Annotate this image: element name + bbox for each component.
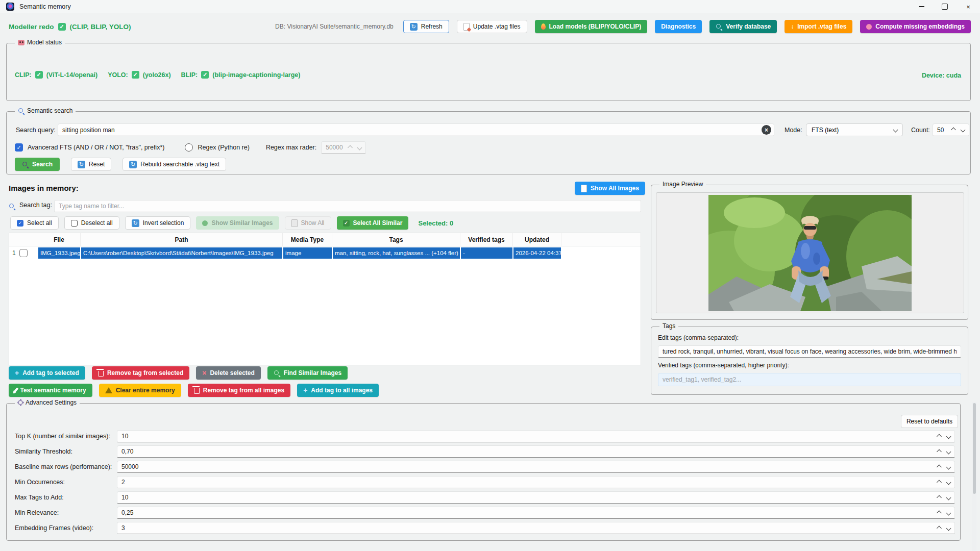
invert-selection-button[interactable]: Invert selection bbox=[125, 216, 191, 230]
search-tag-input[interactable] bbox=[54, 200, 641, 212]
spin-down-icon[interactable] bbox=[946, 464, 951, 469]
setting-label: Embedding Frames (video): bbox=[15, 524, 117, 532]
col-file[interactable]: File bbox=[38, 233, 81, 246]
spin-down-icon[interactable] bbox=[946, 449, 951, 454]
add-tag-all-images-button[interactable]: +Add tag to all images bbox=[297, 384, 379, 397]
count-spinner[interactable]: 50 bbox=[933, 123, 969, 136]
spin-up-icon[interactable] bbox=[937, 434, 942, 439]
col-tags[interactable]: Tags bbox=[332, 233, 460, 246]
min-relevance-spinner[interactable]: 0,25 bbox=[117, 507, 955, 519]
doc-icon bbox=[581, 185, 587, 192]
compute-embeddings-button[interactable]: Compute missing embeddings bbox=[860, 20, 971, 33]
cell-file[interactable]: IMG_1933.jpeg bbox=[38, 247, 80, 259]
setting-row-min-relevance: Min Relevance: 0,25 bbox=[15, 507, 955, 519]
rebuild-vtag-button[interactable]: Rebuild searchable .vtag text bbox=[122, 158, 226, 171]
spin-down-icon[interactable] bbox=[946, 510, 951, 515]
diagnostics-button[interactable]: Diagnostics bbox=[655, 20, 702, 33]
test-semantic-memory-button[interactable]: Test semantic memory bbox=[9, 384, 92, 397]
minimize-icon bbox=[919, 6, 924, 7]
embedding-frames-spinner[interactable]: 3 bbox=[117, 522, 955, 534]
doc-icon bbox=[291, 219, 298, 227]
cell-updated[interactable]: 2026-04-22 04:37 bbox=[513, 247, 561, 259]
spin-down-icon[interactable] bbox=[946, 434, 951, 439]
spin-up-icon[interactable] bbox=[937, 464, 942, 469]
load-models-button[interactable]: Load models (BLIP/YOLO/CLIP) bbox=[535, 20, 648, 33]
spin-up-icon[interactable] bbox=[937, 480, 942, 485]
find-similar-images-button[interactable]: Find Similar Images bbox=[267, 366, 348, 380]
verified-tags-input[interactable] bbox=[658, 373, 961, 386]
x-icon: × bbox=[202, 369, 206, 377]
threshold-spinner[interactable]: 0,70 bbox=[117, 445, 955, 458]
search-tag-label: Search tag: bbox=[19, 202, 52, 209]
spin-down-icon[interactable] bbox=[946, 525, 951, 531]
vertical-scrollbar[interactable] bbox=[972, 402, 976, 551]
tags-legend: Tags bbox=[659, 322, 678, 330]
clear-entire-memory-button[interactable]: Clear entire memory bbox=[99, 384, 181, 397]
flame-icon bbox=[541, 23, 546, 30]
baseline-rows-spinner[interactable]: 50000 bbox=[117, 461, 955, 473]
add-tag-selected-button[interactable]: +Add tag to selected bbox=[9, 366, 85, 380]
cell-media-type[interactable]: image bbox=[283, 247, 332, 259]
semantic-search-legend: Semantic search bbox=[15, 107, 76, 114]
mode-select[interactable]: FTS (text) bbox=[806, 123, 903, 136]
document-edit-icon bbox=[463, 23, 470, 31]
advanced-fts-checkbox[interactable] bbox=[15, 143, 23, 152]
mode-label: Mode: bbox=[785, 124, 802, 136]
show-similar-images-button: Show Similar Images bbox=[196, 216, 279, 230]
maximize-button[interactable] bbox=[933, 0, 957, 13]
close-button[interactable]: × bbox=[957, 0, 980, 13]
col-verified-tags[interactable]: Verified tags bbox=[460, 233, 513, 246]
col-path[interactable]: Path bbox=[81, 233, 283, 246]
max-tags-spinner[interactable]: 10 bbox=[117, 491, 955, 504]
show-all-images-button[interactable]: Show All Images bbox=[575, 182, 645, 195]
import-vtag-button[interactable]: ↓Import .vtag files bbox=[785, 20, 852, 33]
spin-up-icon[interactable] bbox=[937, 449, 942, 454]
delete-selected-button[interactable]: ×Delete selected bbox=[196, 366, 261, 380]
select-all-button[interactable]: Select all bbox=[10, 216, 59, 230]
minimize-button[interactable] bbox=[910, 0, 933, 13]
search-icon bbox=[716, 23, 722, 30]
cell-path[interactable]: C:\Users\rober\Desktop\Skrivbord\Städat\… bbox=[81, 247, 282, 259]
update-vtag-button[interactable]: Update .vtag files bbox=[457, 20, 527, 33]
robot-icon bbox=[18, 40, 24, 45]
edit-tags-input[interactable] bbox=[658, 345, 961, 358]
spin-up-icon[interactable] bbox=[937, 495, 942, 500]
regex-checkbox[interactable] bbox=[185, 143, 193, 152]
select-all-similar-button[interactable]: Select All Similar bbox=[337, 216, 409, 230]
spin-up-icon[interactable] bbox=[951, 128, 956, 133]
topk-spinner[interactable]: 10 bbox=[117, 430, 955, 442]
setting-row-max-tags: Max Tags to Add: 10 bbox=[15, 491, 955, 504]
image-preview-panel bbox=[656, 192, 964, 313]
refresh-icon bbox=[129, 161, 137, 168]
clear-search-icon[interactable]: × bbox=[762, 125, 771, 135]
col-media-type[interactable]: Media Type bbox=[283, 233, 332, 246]
table-row[interactable]: 1 IMG_1933.jpeg C:\Users\rober\Desktop\S… bbox=[9, 246, 641, 260]
cell-verified-tags[interactable]: - bbox=[461, 247, 512, 259]
reset-button[interactable]: Reset bbox=[71, 158, 111, 171]
search-button[interactable]: Search bbox=[15, 158, 60, 171]
deselect-all-button[interactable]: Deselect all bbox=[64, 216, 119, 230]
spin-down-icon[interactable] bbox=[961, 128, 966, 133]
spin-down-icon[interactable] bbox=[946, 480, 951, 485]
scrollbar-thumb[interactable] bbox=[973, 403, 976, 494]
remove-tag-selected-button[interactable]: Remove tag from selected bbox=[92, 366, 189, 380]
min-occurrences-spinner[interactable]: 2 bbox=[117, 476, 955, 488]
setting-label: Similarity Threshold: bbox=[15, 448, 117, 455]
setting-row-threshold: Similarity Threshold: 0,70 bbox=[15, 445, 955, 458]
row-checkbox[interactable] bbox=[19, 249, 28, 257]
spin-up-icon[interactable] bbox=[937, 525, 942, 531]
col-updated[interactable]: Updated bbox=[513, 233, 561, 246]
spin-up-icon[interactable] bbox=[937, 510, 942, 515]
verify-database-button[interactable]: Verify database bbox=[709, 20, 777, 33]
refresh-button[interactable]: Refresh bbox=[403, 20, 449, 33]
search-query-input[interactable] bbox=[58, 123, 774, 136]
spin-down-icon[interactable] bbox=[946, 495, 951, 500]
reset-to-defaults-button[interactable]: Reset to defaults bbox=[901, 415, 958, 428]
remove-tag-all-images-button[interactable]: Remove tag from all images bbox=[188, 384, 290, 397]
app-icon bbox=[6, 3, 14, 11]
advanced-fts-label: Avancerad FTS (AND / OR / NOT, "fras", p… bbox=[28, 144, 164, 151]
count-label: Count: bbox=[911, 124, 930, 136]
preview-image bbox=[708, 195, 912, 311]
search-icon bbox=[274, 370, 280, 377]
cell-tags[interactable]: man, sitting, rock, hat, sunglasses ... … bbox=[333, 247, 460, 259]
